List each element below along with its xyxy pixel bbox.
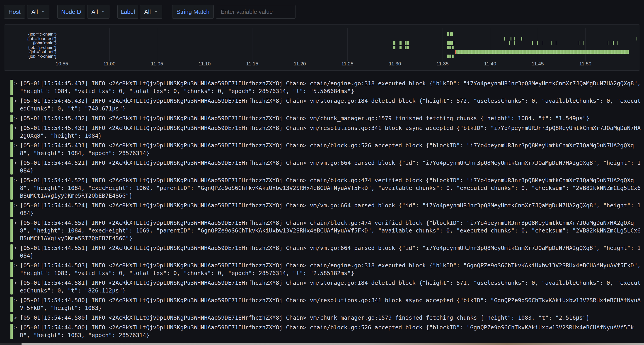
variable-select-host[interactable]: All ⌄ — [27, 5, 50, 18]
logs-panel[interactable]: >[05-01|15:54:45.437] INFO <2AcRkXTLLtQj… — [10, 80, 644, 341]
timeline-bar-segment — [551, 41, 552, 45]
log-line-text: [05-01|15:54:45.432] INFO <2AcRkXTLLtQjv… — [20, 115, 644, 122]
expand-chevron-icon[interactable]: > — [14, 115, 20, 122]
log-line-text: [05-01|15:54:45.432] INFO <2AcRkXTLLtQjv… — [20, 97, 644, 112]
expand-chevron-icon[interactable]: > — [14, 244, 20, 252]
log-row[interactable]: >[05-01|15:54:45.431] INFO <2AcRkXTLLtQj… — [10, 142, 644, 157]
log-row[interactable]: >[05-01|15:54:45.432] INFO <2AcRkXTLLtQj… — [10, 124, 644, 140]
expand-chevron-icon[interactable]: > — [14, 159, 20, 167]
log-row[interactable]: >[05-01|15:54:44.552] INFO <2AcRkXTLLtQj… — [10, 219, 644, 242]
timeline-bar-segment — [514, 41, 514, 45]
log-row[interactable]: >[05-01|15:54:44.524] INFO <2AcRkXTLLtQj… — [10, 202, 644, 217]
expand-chevron-icon[interactable]: > — [14, 219, 20, 227]
expand-chevron-icon[interactable]: > — [14, 297, 20, 304]
log-row[interactable]: >[05-01|15:54:44.551] INFO <2AcRkXTLLtQj… — [10, 244, 644, 260]
expand-chevron-icon[interactable]: > — [14, 324, 20, 332]
timeline-bar-segment — [400, 41, 402, 45]
time-gridline — [300, 28, 300, 61]
timeline-series-label: {job="p-chain"} — [6, 45, 56, 50]
time-gridline — [204, 28, 205, 61]
horizontal-scrollbar[interactable] — [22, 343, 644, 345]
timeline-bar-segment — [454, 41, 454, 45]
timeline-bar-segment — [393, 46, 396, 49]
time-tick-label: 11:20 — [294, 61, 306, 67]
log-row[interactable]: >[05-01|15:54:44.580] INFO <2AcRkXTLLtQj… — [10, 314, 644, 322]
variable-select-nodeid[interactable]: All ⌄ — [87, 5, 110, 18]
timeline-bar-segment — [447, 54, 450, 58]
expand-chevron-icon[interactable]: > — [14, 80, 20, 87]
timeline-bar-segment — [452, 46, 453, 49]
log-level-indicator — [10, 279, 13, 295]
timeline-series-label: {job="loadtest"} — [6, 36, 56, 41]
log-row[interactable]: >[05-01|15:54:44.525] INFO <2AcRkXTLLtQj… — [10, 177, 644, 200]
timeline-bar-segment — [636, 37, 637, 40]
timeline-bar-segment — [521, 37, 522, 40]
log-level-indicator — [10, 80, 13, 95]
log-volume-timeline-panel[interactable]: {job="c-chain"}{job="loadtest"}{job="mai… — [4, 24, 640, 71]
log-row[interactable]: >[05-01|15:54:44.583] INFO <2AcRkXTLLtQj… — [10, 262, 644, 277]
timeline-bar-segment — [405, 41, 406, 45]
log-row[interactable]: >[05-01|15:54:45.437] INFO <2AcRkXTLLtQj… — [10, 80, 644, 95]
log-row[interactable]: >[05-01|15:54:45.432] INFO <2AcRkXTLLtQj… — [10, 97, 644, 112]
timeline-bar-segment — [454, 54, 454, 58]
log-row[interactable]: >[05-01|15:54:44.580] INFO <2AcRkXTLLtQj… — [10, 324, 644, 339]
log-line-text: [05-01|15:54:44.521] INFO <2AcRkXTLLtQjv… — [20, 159, 644, 175]
log-line-text: [05-01|15:54:44.581] INFO <2AcRkXTLLtQjv… — [20, 279, 644, 295]
timeline-series-label: {job="c-chain"} — [6, 32, 56, 36]
log-line-text: [05-01|15:54:44.580] INFO <2AcRkXTLLtQjv… — [20, 324, 644, 339]
timeline-bar-segment — [537, 41, 538, 45]
time-gridline — [252, 28, 252, 61]
expand-chevron-icon[interactable]: > — [14, 262, 20, 269]
timeline-bar-segment — [543, 41, 544, 45]
timeline-bar-segment — [450, 41, 452, 45]
timeline-bar-segment — [405, 46, 406, 49]
timeline-bar-segment — [400, 46, 402, 49]
timeline-bar-segment — [452, 54, 453, 58]
timeline-bar-segment — [451, 32, 452, 36]
log-level-indicator — [10, 297, 13, 312]
timeline-bar-segment — [450, 32, 451, 36]
variable-value-label: All — [144, 8, 151, 15]
timeline-bar-segment — [504, 37, 505, 40]
time-tick-label: 11:05 — [151, 61, 163, 67]
expand-chevron-icon[interactable]: > — [14, 279, 20, 287]
timeline-bar-segment — [456, 50, 629, 54]
timeline-bar-segment — [608, 41, 608, 45]
timeline-series-label: {job="main"} — [6, 41, 56, 45]
time-tick-label: 11:50 — [579, 61, 591, 67]
timeline-series-label: {job="x-chain"} — [6, 54, 56, 59]
log-line-text: [05-01|15:54:44.552] INFO <2AcRkXTLLtQjv… — [20, 219, 644, 242]
timeline-bar-segment — [452, 32, 453, 36]
expand-chevron-icon[interactable]: > — [14, 142, 20, 149]
log-line-text: [05-01|15:54:45.432] INFO <2AcRkXTLLtQjv… — [20, 124, 644, 140]
timeline-bar-segment — [514, 37, 514, 40]
chevron-down-icon: ⌄ — [41, 9, 45, 12]
log-line-text: [05-01|15:54:44.525] INFO <2AcRkXTLLtQjv… — [20, 177, 644, 200]
log-row[interactable]: >[05-01|15:54:45.432] INFO <2AcRkXTLLtQj… — [10, 115, 644, 122]
log-row[interactable]: >[05-01|15:54:44.581] INFO <2AcRkXTLLtQj… — [10, 279, 644, 295]
bottom-edge-left — [0, 343, 22, 345]
log-line-text: [05-01|15:54:44.580] INFO <2AcRkXTLLtQjv… — [20, 297, 644, 312]
time-tick-label: 11:00 — [103, 61, 115, 67]
string-match-input[interactable] — [216, 5, 296, 18]
dashboard-variables-bar: Host All ⌄ NodeID All ⌄ Label All ⌄ Stri… — [0, 0, 644, 23]
timeline-bar-segment — [407, 46, 409, 49]
log-level-indicator — [10, 97, 13, 112]
time-gridline — [585, 28, 586, 61]
log-row[interactable]: >[05-01|15:54:44.580] INFO <2AcRkXTLLtQj… — [10, 297, 644, 312]
expand-chevron-icon[interactable]: > — [14, 177, 20, 184]
expand-chevron-icon[interactable]: > — [14, 314, 20, 322]
time-gridline — [110, 28, 110, 61]
timeline-plot-area[interactable] — [58, 31, 638, 60]
log-level-indicator — [10, 219, 13, 242]
expand-chevron-icon[interactable]: > — [14, 97, 20, 105]
log-row[interactable]: >[05-01|15:54:44.521] INFO <2AcRkXTLLtQj… — [10, 159, 644, 175]
chevron-down-icon: ⌄ — [101, 9, 105, 12]
timeline-bar-segment — [556, 41, 556, 45]
expand-chevron-icon[interactable]: > — [14, 124, 20, 132]
expand-chevron-icon[interactable]: > — [14, 202, 20, 209]
variable-select-label[interactable]: All ⌄ — [140, 5, 162, 18]
log-level-indicator — [10, 262, 13, 277]
variable-label-nodeid: NodeID — [57, 5, 85, 18]
string-match-label: String Match — [172, 5, 214, 18]
